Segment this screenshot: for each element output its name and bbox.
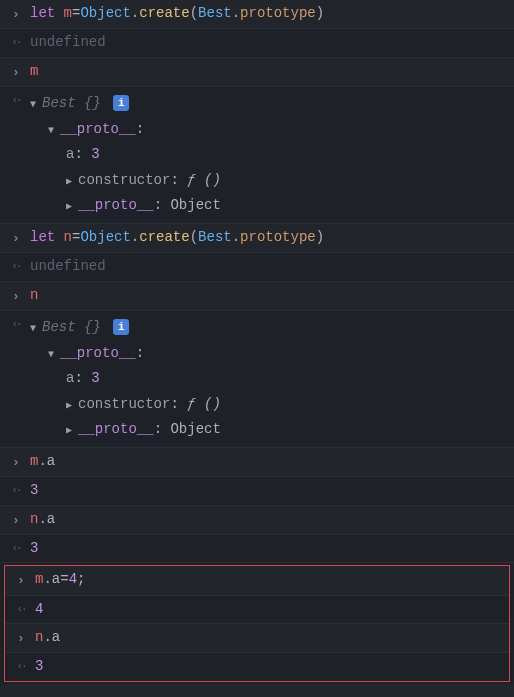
console-output-row: 4 [5, 596, 509, 625]
code-line: let n=Object.create(Best.prototype) [26, 228, 508, 248]
output-arrow-icon [11, 600, 31, 617]
console-input-row[interactable]: let m=Object.create(Best.prototype) [0, 0, 514, 29]
keyword-let: let [30, 5, 55, 21]
console-input-row[interactable]: m.a=4; [5, 566, 509, 595]
output-arrow-icon [6, 481, 26, 498]
output-arrow-icon [6, 33, 26, 50]
identifier-m: m [55, 5, 72, 21]
console-input-row[interactable]: let n=Object.create(Best.prototype) [0, 224, 514, 253]
console-output-row: undefined [0, 29, 514, 58]
expand-toggle-icon[interactable] [66, 399, 78, 413]
object-Best: Best [198, 5, 232, 21]
input-arrow-icon [6, 452, 26, 472]
output-arrow-icon [6, 257, 26, 274]
object-Object: Object [80, 5, 130, 21]
property-constructor: constructor [78, 172, 170, 188]
prompt-arrow-icon [6, 690, 26, 697]
info-icon[interactable]: i [113, 319, 129, 335]
highlighted-region: m.a=4; 4 n.a 3 [4, 565, 510, 682]
input-arrow-icon [6, 286, 26, 306]
expand-toggle-icon[interactable] [30, 98, 42, 112]
number-value: 4 [35, 601, 43, 617]
expand-toggle-icon[interactable] [66, 200, 78, 214]
expand-toggle-icon[interactable] [66, 175, 78, 189]
console-output-row: 3 [0, 535, 514, 564]
input-arrow-icon [6, 510, 26, 530]
console-input-row[interactable]: n [0, 282, 514, 311]
number-value: 3 [30, 482, 38, 498]
input-arrow-icon [6, 228, 26, 248]
code-line: let m=Object.create(Best.prototype) [26, 4, 508, 24]
console-output-row: 3 [0, 477, 514, 506]
expand-toggle-icon[interactable] [66, 424, 78, 438]
expand-toggle-icon[interactable] [30, 322, 42, 336]
console-output-row: 3 [5, 653, 509, 681]
undefined-value: undefined [30, 34, 106, 50]
console-prompt[interactable] [0, 684, 514, 697]
expand-toggle-icon[interactable] [48, 348, 60, 362]
identifier-m: m [30, 63, 38, 79]
prop-prototype: prototype [240, 5, 316, 21]
console-input-row[interactable]: n.a [0, 506, 514, 535]
method-create: create [139, 5, 189, 21]
input-arrow-icon [6, 62, 26, 82]
function-value: ƒ () [187, 172, 221, 188]
console-output-row: Best {} i __proto__: a: 3 constructor: ƒ… [0, 311, 514, 448]
console-input-row[interactable]: n.a [5, 624, 509, 653]
number-value: 3 [91, 146, 99, 162]
object-value: Object [170, 197, 220, 213]
devtools-console: let m=Object.create(Best.prototype) unde… [0, 0, 514, 697]
output-arrow-icon [6, 539, 26, 556]
output-arrow-icon [6, 315, 26, 332]
input-arrow-icon [6, 4, 26, 24]
input-arrow-icon [11, 570, 31, 590]
output-arrow-icon [11, 657, 31, 674]
proto-key: __proto__ [60, 121, 136, 137]
class-name: Best [42, 95, 84, 111]
input-arrow-icon [11, 628, 31, 648]
object-preview[interactable]: Best {} i __proto__: a: 3 constructor: ƒ… [26, 315, 508, 443]
identifier-n: n [30, 287, 38, 303]
console-input-row[interactable]: m [0, 58, 514, 87]
info-icon[interactable]: i [113, 95, 129, 111]
identifier-n: n [55, 229, 72, 245]
output-arrow-icon [6, 91, 26, 108]
object-preview[interactable]: Best {} i __proto__: a: 3 constructor: ƒ… [26, 91, 508, 219]
console-input-row[interactable]: m.a [0, 448, 514, 477]
console-output-row: Best {} i __proto__: a: 3 constructor: ƒ… [0, 87, 514, 224]
expand-toggle-icon[interactable] [48, 124, 60, 138]
console-output-row: undefined [0, 253, 514, 282]
proto-key: __proto__ [78, 197, 154, 213]
